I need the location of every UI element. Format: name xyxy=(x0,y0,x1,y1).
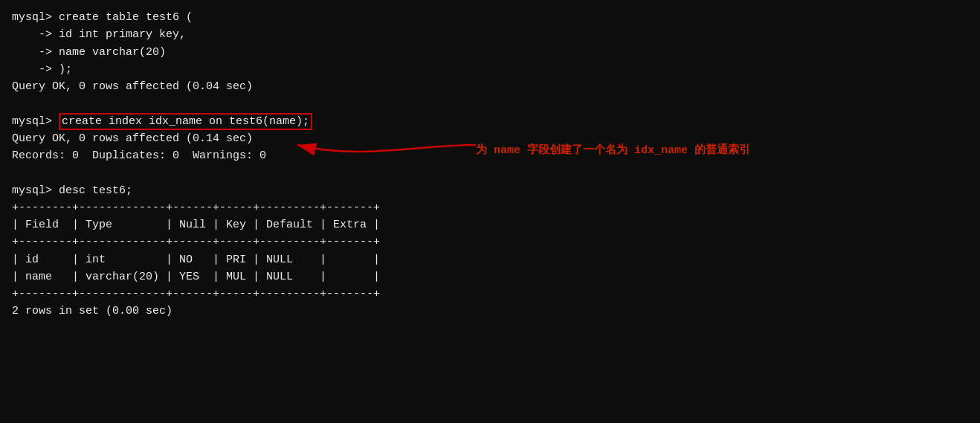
line-7: mysql> create index idx_name on test6(na… xyxy=(12,113,968,130)
annotation-label: 为 name 字段创建了一个名为 idx_name 的普通索引 xyxy=(476,143,750,157)
table-header-border: +--------+-------------+------+-----+---… xyxy=(12,233,968,251)
terminal-window: mysql> create table test6 ( -> id int pr… xyxy=(0,0,980,423)
line-11: mysql> desc test6; xyxy=(12,182,968,199)
table-border-top: +--------+-------------+------+-----+---… xyxy=(12,199,968,216)
highlighted-command: create index idx_name on test6(name); xyxy=(59,113,312,130)
line-4: -> ); xyxy=(12,61,968,78)
line-6 xyxy=(12,95,968,112)
line-10 xyxy=(12,164,968,181)
table-row-name: | name | varchar(20) | YES | MUL | NULL … xyxy=(12,268,968,285)
table-row-id: | id | int | NO | PRI | NULL | | xyxy=(12,251,968,268)
line-5: Query OK, 0 rows affected (0.04 sec) xyxy=(12,78,968,95)
line-2: -> id int primary key, xyxy=(12,26,968,43)
line-3: -> name varchar(20) xyxy=(12,44,968,61)
table-border-bottom: +--------+-------------+------+-----+---… xyxy=(12,285,968,303)
line-1: mysql> create table test6 ( xyxy=(12,9,968,26)
line-result: 2 rows in set (0.00 sec) xyxy=(12,303,968,320)
table-header: | Field | Type | Null | Key | Default | … xyxy=(12,216,968,233)
prompt-text: mysql> xyxy=(12,115,59,128)
